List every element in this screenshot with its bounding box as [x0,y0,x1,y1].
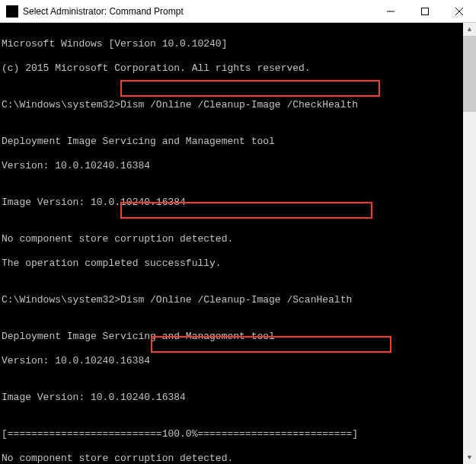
terminal-output[interactable]: Microsoft Windows [Version 10.0.10240] (… [0,23,463,464]
progress-bar: [==========================100.0%=======… [2,428,462,440]
terminal-container: Microsoft Windows [Version 10.0.10240] (… [0,23,476,464]
output-line: Deployment Image Servicing and Managemen… [2,331,462,343]
scroll-up-icon[interactable]: ▲ [463,23,476,36]
minimize-button[interactable] [373,0,407,22]
close-button[interactable] [442,0,476,22]
maximize-button[interactable] [407,0,442,22]
window-controls [373,0,476,22]
command-line: C:\Windows\system32>Dism /Online /Cleanu… [2,294,462,306]
scrollbar-thumb[interactable] [463,36,476,112]
annotation-highlight [120,80,380,97]
titlebar[interactable]: Select Administrator: Command Prompt [0,0,476,23]
output-line: Image Version: 10.0.10240.16384 [2,392,462,404]
window-title: Select Administrator: Command Prompt [23,6,373,17]
output-line: The operation completed successfully. [2,258,462,270]
output-line: Version: 10.0.10240.16384 [2,355,462,367]
output-line: (c) 2015 Microsoft Corporation. All righ… [2,62,462,75]
output-line: Version: 10.0.10240.16384 [2,160,462,172]
output-line: Microsoft Windows [Version 10.0.10240] [2,38,462,50]
output-line: Image Version: 10.0.10240.16384 [2,197,462,209]
output-line: No component store corruption detected. [2,233,462,245]
scrollbar[interactable]: ▲ ▼ [463,23,476,464]
output-line: No component store corruption detected. [2,453,462,464]
scroll-down-icon[interactable]: ▼ [463,451,476,464]
output-line: Deployment Image Servicing and Managemen… [2,136,462,148]
command-line: C:\Windows\system32>Dism /Online /Cleanu… [2,99,462,111]
cmd-icon [6,5,18,18]
svg-rect-1 [421,8,428,14]
